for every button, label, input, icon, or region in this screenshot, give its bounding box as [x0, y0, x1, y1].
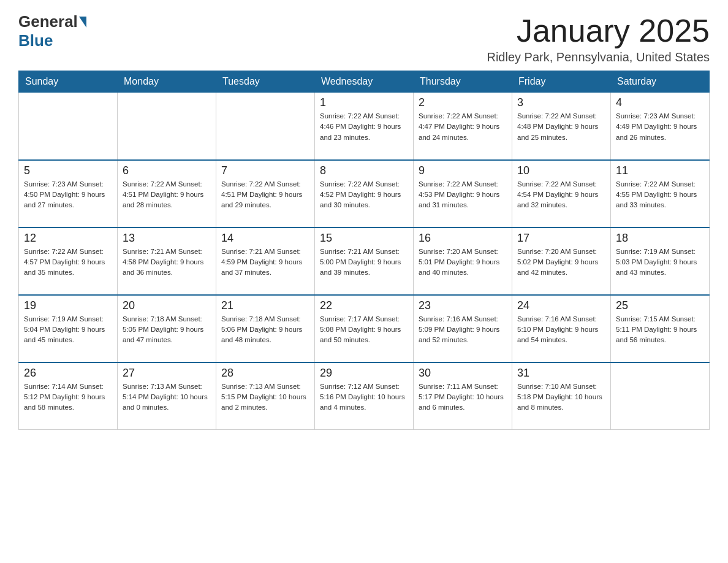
day-info: Sunrise: 7:22 AM Sunset: 4:46 PM Dayligh…	[320, 111, 408, 143]
calendar-cell: 27Sunrise: 7:13 AM Sunset: 5:14 PM Dayli…	[118, 362, 216, 430]
calendar-cell: 22Sunrise: 7:17 AM Sunset: 5:08 PM Dayli…	[315, 295, 414, 362]
day-number: 10	[517, 164, 605, 177]
column-header-wednesday: Wednesday	[315, 71, 414, 93]
day-info: Sunrise: 7:20 AM Sunset: 5:02 PM Dayligh…	[517, 247, 605, 278]
day-info: Sunrise: 7:17 AM Sunset: 5:08 PM Dayligh…	[320, 314, 408, 346]
day-number: 8	[320, 164, 408, 177]
calendar-cell	[19, 93, 118, 160]
day-number: 18	[616, 232, 704, 245]
calendar-cell: 2Sunrise: 7:22 AM Sunset: 4:47 PM Daylig…	[414, 93, 512, 160]
calendar-cell: 7Sunrise: 7:22 AM Sunset: 4:51 PM Daylig…	[216, 160, 315, 228]
day-number: 21	[221, 299, 309, 312]
calendar-header-row: SundayMondayTuesdayWednesdayThursdayFrid…	[19, 71, 710, 93]
day-info: Sunrise: 7:22 AM Sunset: 4:48 PM Dayligh…	[517, 111, 605, 143]
month-title: January 2025	[487, 12, 710, 49]
calendar-cell: 28Sunrise: 7:13 AM Sunset: 5:15 PM Dayli…	[216, 362, 315, 430]
day-info: Sunrise: 7:19 AM Sunset: 5:03 PM Dayligh…	[616, 247, 704, 278]
day-info: Sunrise: 7:18 AM Sunset: 5:06 PM Dayligh…	[221, 314, 309, 346]
calendar-table: SundayMondayTuesdayWednesdayThursdayFrid…	[18, 71, 710, 430]
day-number: 22	[320, 299, 408, 312]
day-info: Sunrise: 7:23 AM Sunset: 4:49 PM Dayligh…	[616, 111, 704, 143]
column-header-tuesday: Tuesday	[216, 71, 315, 93]
calendar-week-row: 19Sunrise: 7:19 AM Sunset: 5:04 PM Dayli…	[19, 295, 710, 362]
calendar-cell: 8Sunrise: 7:22 AM Sunset: 4:52 PM Daylig…	[315, 160, 414, 228]
logo-arrow-icon	[79, 17, 86, 28]
column-header-saturday: Saturday	[611, 71, 710, 93]
calendar-cell: 29Sunrise: 7:12 AM Sunset: 5:16 PM Dayli…	[315, 362, 414, 430]
logo-blue-text: Blue	[18, 31, 53, 50]
day-info: Sunrise: 7:22 AM Sunset: 4:53 PM Dayligh…	[419, 179, 507, 211]
day-info: Sunrise: 7:16 AM Sunset: 5:10 PM Dayligh…	[517, 314, 605, 346]
day-number: 13	[123, 232, 211, 245]
day-info: Sunrise: 7:16 AM Sunset: 5:09 PM Dayligh…	[419, 314, 507, 346]
calendar-cell: 18Sunrise: 7:19 AM Sunset: 5:03 PM Dayli…	[611, 228, 710, 295]
day-info: Sunrise: 7:11 AM Sunset: 5:17 PM Dayligh…	[419, 381, 507, 413]
calendar-cell: 3Sunrise: 7:22 AM Sunset: 4:48 PM Daylig…	[512, 93, 611, 160]
logo-general-text: General	[18, 12, 78, 31]
calendar-cell: 23Sunrise: 7:16 AM Sunset: 5:09 PM Dayli…	[414, 295, 512, 362]
day-info: Sunrise: 7:21 AM Sunset: 4:58 PM Dayligh…	[123, 247, 211, 278]
day-number: 6	[123, 164, 211, 177]
calendar-cell: 12Sunrise: 7:22 AM Sunset: 4:57 PM Dayli…	[19, 228, 118, 295]
day-number: 17	[517, 232, 605, 245]
calendar-cell	[611, 362, 710, 430]
calendar-week-row: 12Sunrise: 7:22 AM Sunset: 4:57 PM Dayli…	[19, 228, 710, 295]
day-number: 1	[320, 96, 408, 109]
column-header-thursday: Thursday	[414, 71, 512, 93]
calendar-cell: 13Sunrise: 7:21 AM Sunset: 4:58 PM Dayli…	[118, 228, 216, 295]
day-info: Sunrise: 7:22 AM Sunset: 4:57 PM Dayligh…	[24, 247, 112, 278]
calendar-cell: 31Sunrise: 7:10 AM Sunset: 5:18 PM Dayli…	[512, 362, 611, 430]
day-info: Sunrise: 7:22 AM Sunset: 4:54 PM Dayligh…	[517, 179, 605, 211]
calendar-week-row: 1Sunrise: 7:22 AM Sunset: 4:46 PM Daylig…	[19, 93, 710, 160]
calendar-cell: 5Sunrise: 7:23 AM Sunset: 4:50 PM Daylig…	[19, 160, 118, 228]
calendar-cell: 20Sunrise: 7:18 AM Sunset: 5:05 PM Dayli…	[118, 295, 216, 362]
day-info: Sunrise: 7:15 AM Sunset: 5:11 PM Dayligh…	[616, 314, 704, 346]
day-number: 29	[320, 367, 408, 380]
day-number: 24	[517, 299, 605, 312]
column-header-sunday: Sunday	[19, 71, 118, 93]
day-number: 20	[123, 299, 211, 312]
calendar-week-row: 26Sunrise: 7:14 AM Sunset: 5:12 PM Dayli…	[19, 362, 710, 430]
day-number: 27	[123, 367, 211, 380]
day-info: Sunrise: 7:18 AM Sunset: 5:05 PM Dayligh…	[123, 314, 211, 346]
calendar-cell: 16Sunrise: 7:20 AM Sunset: 5:01 PM Dayli…	[414, 228, 512, 295]
day-info: Sunrise: 7:23 AM Sunset: 4:50 PM Dayligh…	[24, 179, 112, 211]
day-number: 2	[419, 96, 507, 109]
location-title: Ridley Park, Pennsylvania, United States	[487, 50, 710, 64]
calendar-cell: 26Sunrise: 7:14 AM Sunset: 5:12 PM Dayli…	[19, 362, 118, 430]
calendar-cell: 1Sunrise: 7:22 AM Sunset: 4:46 PM Daylig…	[315, 93, 414, 160]
day-number: 28	[221, 367, 309, 380]
day-number: 7	[221, 164, 309, 177]
calendar-cell	[118, 93, 216, 160]
day-number: 12	[24, 232, 112, 245]
day-info: Sunrise: 7:22 AM Sunset: 4:52 PM Dayligh…	[320, 179, 408, 211]
calendar-cell: 17Sunrise: 7:20 AM Sunset: 5:02 PM Dayli…	[512, 228, 611, 295]
calendar-cell: 10Sunrise: 7:22 AM Sunset: 4:54 PM Dayli…	[512, 160, 611, 228]
calendar-cell: 21Sunrise: 7:18 AM Sunset: 5:06 PM Dayli…	[216, 295, 315, 362]
day-info: Sunrise: 7:14 AM Sunset: 5:12 PM Dayligh…	[24, 381, 112, 413]
day-number: 23	[419, 299, 507, 312]
logo: General Blue	[18, 12, 88, 50]
day-number: 16	[419, 232, 507, 245]
day-number: 14	[221, 232, 309, 245]
calendar-cell: 14Sunrise: 7:21 AM Sunset: 4:59 PM Dayli…	[216, 228, 315, 295]
day-info: Sunrise: 7:22 AM Sunset: 4:51 PM Dayligh…	[123, 179, 211, 211]
calendar-cell: 15Sunrise: 7:21 AM Sunset: 5:00 PM Dayli…	[315, 228, 414, 295]
calendar-cell: 30Sunrise: 7:11 AM Sunset: 5:17 PM Dayli…	[414, 362, 512, 430]
day-info: Sunrise: 7:21 AM Sunset: 5:00 PM Dayligh…	[320, 247, 408, 278]
day-info: Sunrise: 7:22 AM Sunset: 4:51 PM Dayligh…	[221, 179, 309, 211]
day-info: Sunrise: 7:10 AM Sunset: 5:18 PM Dayligh…	[517, 381, 605, 413]
day-info: Sunrise: 7:19 AM Sunset: 5:04 PM Dayligh…	[24, 314, 112, 346]
calendar-cell: 25Sunrise: 7:15 AM Sunset: 5:11 PM Dayli…	[611, 295, 710, 362]
calendar-week-row: 5Sunrise: 7:23 AM Sunset: 4:50 PM Daylig…	[19, 160, 710, 228]
day-info: Sunrise: 7:13 AM Sunset: 5:15 PM Dayligh…	[221, 381, 309, 413]
day-info: Sunrise: 7:13 AM Sunset: 5:14 PM Dayligh…	[123, 381, 211, 413]
day-info: Sunrise: 7:12 AM Sunset: 5:16 PM Dayligh…	[320, 381, 408, 413]
day-number: 30	[419, 367, 507, 380]
calendar-cell	[216, 93, 315, 160]
day-number: 25	[616, 299, 704, 312]
day-info: Sunrise: 7:22 AM Sunset: 4:47 PM Dayligh…	[419, 111, 507, 143]
day-info: Sunrise: 7:22 AM Sunset: 4:55 PM Dayligh…	[616, 179, 704, 211]
day-number: 4	[616, 96, 704, 109]
day-number: 19	[24, 299, 112, 312]
